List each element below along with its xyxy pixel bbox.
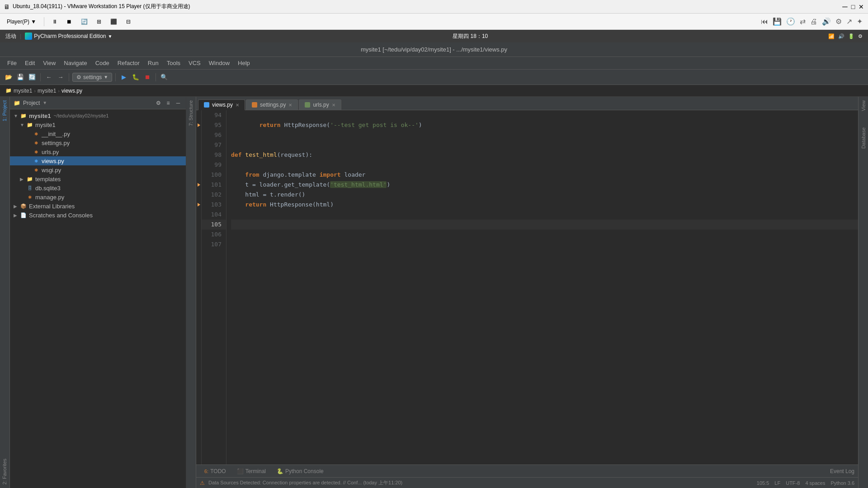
ln-95: 95	[202, 120, 226, 130]
structure-tab[interactable]: 7: Structure	[186, 97, 196, 130]
project-tab[interactable]: 1: Project	[0, 97, 9, 125]
tab-views-close[interactable]: ✕	[236, 103, 239, 108]
back-button[interactable]: ←	[44, 72, 54, 82]
minimize-button[interactable]: ─	[842, 4, 848, 10]
vmware-icon-gear[interactable]: ⚙	[834, 16, 844, 27]
fullscreen-button[interactable]: ⊞	[94, 17, 104, 26]
search-button[interactable]: 🔍	[159, 72, 169, 82]
ln-106: 106	[202, 230, 226, 239]
tree-external-libraries[interactable]: ▶ 📦 External Libraries	[10, 202, 186, 211]
pycharm-window: mysite1 [~/tedu/vip/day02/mysite1] - ...…	[0, 42, 868, 488]
tab-views-py[interactable]: views.py ✕	[198, 99, 245, 110]
panel-settings-btn[interactable]: ⚙	[154, 99, 162, 107]
tab-urls-py[interactable]: urls.py ✕	[299, 99, 341, 110]
menu-run[interactable]: Run	[144, 58, 162, 68]
debug-button[interactable]: 🐛	[131, 72, 141, 82]
vmware-icon-print[interactable]: 🖨	[808, 17, 819, 27]
save-button[interactable]: 💾	[15, 72, 25, 82]
activities-label[interactable]: 活动	[5, 33, 16, 40]
volume-icon[interactable]: 🔊	[838, 33, 844, 39]
tree-settings-py[interactable]: ✱ settings.py	[10, 138, 186, 147]
panel-layout-btn[interactable]: ≡	[164, 99, 172, 107]
open-file-button[interactable]: 📂	[4, 72, 14, 82]
view-panel-tab[interactable]: View	[859, 97, 868, 115]
structure-panel-tab: 7: Structure	[186, 97, 196, 488]
stop-run-button[interactable]: ⏹	[142, 72, 152, 82]
vmware-icon-sync[interactable]: ⇄	[798, 16, 807, 27]
menu-navigate[interactable]: Navigate	[60, 58, 90, 68]
breadcrumb-mysite1[interactable]: mysite1	[38, 88, 56, 94]
tree-manage-py[interactable]: ✱ manage.py	[10, 192, 186, 202]
tree-init-py[interactable]: ✱ __init__.py	[10, 129, 186, 138]
code-area[interactable]: return HttpResponse('--test get post is …	[226, 110, 858, 465]
event-log-label[interactable]: Event Log	[830, 468, 854, 474]
player-menu-button[interactable]: Player(P) ▼	[4, 17, 39, 26]
menu-refactor[interactable]: Refactor	[114, 58, 143, 68]
run-button[interactable]: ▶	[119, 72, 129, 82]
bottom-tab-terminal[interactable]: ⬛ Terminal	[232, 467, 270, 476]
bottom-tab-todo[interactable]: 6: TODO	[200, 467, 231, 476]
system-menu-icon[interactable]: ⚙	[858, 33, 863, 39]
tree-mysite1-sub[interactable]: ▼ 📁 mysite1	[10, 120, 186, 129]
network-icon[interactable]: 📶	[828, 33, 835, 39]
menu-edit[interactable]: Edit	[21, 58, 38, 68]
todo-label: TODO	[210, 468, 226, 474]
menu-view[interactable]: View	[39, 58, 59, 68]
menu-window[interactable]: Window	[205, 58, 233, 68]
right-panel-tabs: View Database	[858, 97, 868, 488]
pause-button[interactable]: ⏸	[49, 17, 61, 26]
tree-root-mysite1[interactable]: ▼ 📁 mysite1 ~/tedu/vip/day02/mysite1	[10, 111, 186, 120]
code-line-99	[231, 160, 858, 170]
settings-dropdown[interactable]: ⚙ settings ▼	[72, 73, 112, 82]
tree-wsgi-py[interactable]: ✱ wsgi.py	[10, 165, 186, 174]
tree-db-sqlite3[interactable]: 🗄 db.sqlite3	[10, 183, 186, 192]
menu-file[interactable]: File	[4, 58, 20, 68]
vmware-icon-usb[interactable]: ✦	[855, 16, 864, 27]
vmware-icon-expand[interactable]: ↗	[844, 16, 854, 27]
toolbar-sep-1	[40, 73, 41, 81]
status-position[interactable]: 105:5	[757, 480, 769, 486]
vmware-icon-save[interactable]: 💾	[771, 16, 783, 27]
sync-button[interactable]: 🔄	[27, 72, 37, 82]
breadcrumb-views-py[interactable]: views.py	[61, 88, 82, 94]
vmware-icon-clock[interactable]: 🕐	[784, 16, 797, 27]
menu-help[interactable]: Help	[234, 58, 254, 68]
code-line-102: html = t.render()	[231, 190, 858, 200]
status-indent[interactable]: 4 spaces	[805, 480, 825, 486]
tab-settings-py[interactable]: settings.py ✕	[246, 99, 298, 110]
bottom-tab-python-console[interactable]: 🐍 Python Console	[272, 467, 328, 476]
tree-urls-py[interactable]: ✱ urls.py	[10, 147, 186, 156]
status-encoding[interactable]: LF	[774, 480, 780, 486]
panel-minimize-btn[interactable]: ─	[174, 99, 182, 107]
gutter-100	[196, 170, 201, 180]
menu-tools[interactable]: Tools	[163, 58, 184, 68]
tab-settings-close[interactable]: ✕	[288, 103, 292, 108]
vmware-icon-prev[interactable]: ⏮	[759, 17, 770, 27]
maximize-button[interactable]: □	[850, 4, 856, 10]
forward-button[interactable]: →	[56, 72, 66, 82]
tree-scratches[interactable]: ▶ 📄 Scratches and Consoles	[10, 211, 186, 220]
settings-button[interactable]: ⊟	[123, 17, 134, 26]
stop-button[interactable]: ⏹	[63, 17, 75, 26]
close-button[interactable]: ✕	[858, 4, 864, 10]
tab-urls-close[interactable]: ✕	[332, 103, 335, 108]
tree-views-py[interactable]: ✱ views.py	[10, 156, 186, 165]
menu-code[interactable]: Code	[92, 58, 113, 68]
code-line-103: return HttpResponse(html)	[231, 200, 858, 210]
terminal-icon: ⬛	[237, 468, 244, 474]
battery-icon[interactable]: 🔋	[848, 33, 854, 39]
favorites-tab[interactable]: 2: Favorites	[0, 455, 9, 488]
tree-templates[interactable]: ▶ 📁 templates	[10, 174, 186, 183]
minimize-vm-button[interactable]: ⬛	[107, 17, 120, 26]
pycharm-taskbar[interactable]: PyCharm Professional Edition ▼	[25, 33, 112, 40]
editor-content[interactable]: 94 95 96 97 98 99 100 101 102 103 104 10…	[196, 110, 858, 465]
project-panel-dropdown[interactable]: ▼	[42, 100, 47, 105]
database-panel-tab[interactable]: Database	[859, 124, 868, 152]
refresh-button[interactable]: 🔄	[78, 17, 91, 26]
vmware-icon-volume[interactable]: 🔊	[820, 16, 833, 27]
breadcrumb-mysite1-root[interactable]: mysite1	[14, 88, 32, 94]
status-language[interactable]: Python 3.6	[830, 480, 854, 486]
menu-vcs[interactable]: VCS	[185, 58, 204, 68]
status-charset[interactable]: UTF-8	[786, 480, 800, 486]
terminal-label: Terminal	[245, 468, 266, 474]
